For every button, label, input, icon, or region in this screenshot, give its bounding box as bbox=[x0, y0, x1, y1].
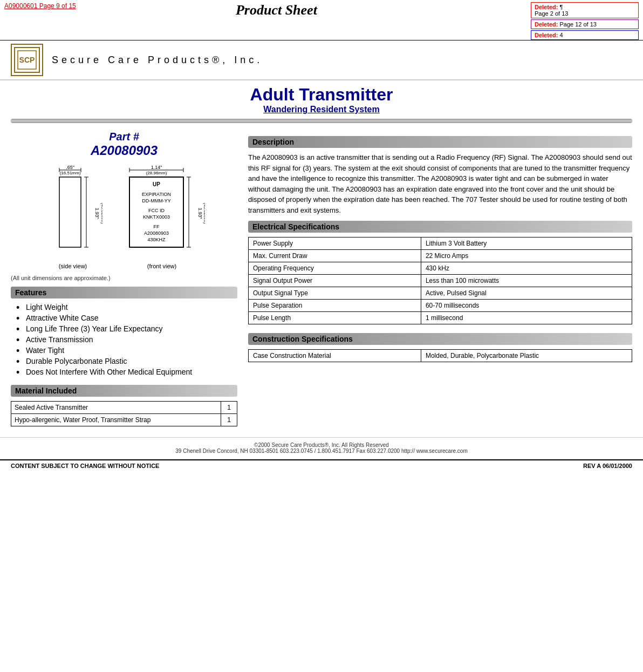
elec-spec-2: Max. Current Draw bbox=[249, 250, 421, 262]
elec-val-7: 1 millisecond bbox=[421, 312, 632, 324]
svg-text:(49.02mm): (49.02mm) bbox=[203, 203, 205, 224]
logo-box: SCP bbox=[11, 44, 43, 76]
footer-right-notice: REV A 06/01/2000 bbox=[583, 463, 632, 469]
diagram-area: .65" (16.51mm) 1.93" (49.02mm) (side vie… bbox=[11, 164, 237, 269]
svg-text:.65": .65" bbox=[66, 165, 74, 170]
feature-item-1: Light Weight bbox=[16, 303, 237, 311]
material-qty-2: 1 bbox=[221, 414, 237, 426]
side-view-container: .65" (16.51mm) 1.93" (49.02mm) (side vie… bbox=[43, 164, 102, 269]
feature-item-7: Does Not Interfere With Other Medical Eq… bbox=[16, 368, 237, 376]
elec-row-7: Pulse Length 1 millisecond bbox=[249, 312, 632, 324]
main-title: Adult Transmitter bbox=[0, 85, 643, 105]
description-text: The A20080903 is an active transmitter t… bbox=[248, 152, 632, 215]
features-header: Features bbox=[11, 287, 237, 298]
svg-text:(16.51mm): (16.51mm) bbox=[60, 171, 81, 175]
elec-spec-1: Power Supply bbox=[249, 237, 421, 250]
part-number: A20080903 bbox=[11, 143, 237, 158]
svg-text:DD-MMM-YY: DD-MMM-YY bbox=[142, 198, 171, 203]
svg-text:1.93": 1.93" bbox=[94, 208, 100, 219]
svg-rect-8 bbox=[59, 177, 81, 247]
svg-text:(28.96mm): (28.96mm) bbox=[146, 171, 167, 175]
elec-row-1: Power Supply Lithium 3 Volt Battery bbox=[249, 237, 632, 250]
front-view-label: (front view) bbox=[147, 263, 176, 269]
footer-address: 39 Chenell Drive Concord, NH 03301-8501 … bbox=[11, 448, 632, 454]
svg-text:UP: UP bbox=[153, 181, 160, 187]
svg-text:FF: FF bbox=[154, 224, 160, 229]
elec-spec-5: Output Signal Type bbox=[249, 287, 421, 300]
construction-val-1: Molded, Durable, Polycarbonate Plastic bbox=[421, 350, 632, 362]
electrical-table: Power Supply Lithium 3 Volt Battery Max.… bbox=[248, 237, 632, 324]
left-column: Part # A20080903 .65" (16.51mm) bbox=[11, 131, 237, 426]
front-view-svg: 1.14" (28.96mm) 1.93" (49.02mm) UP EXPIR… bbox=[119, 164, 205, 261]
elec-row-3: Operating Frequency 430 kHz bbox=[249, 262, 632, 275]
deleted-note-1: Deleted: ¶Page 2 of 13 bbox=[531, 2, 639, 18]
material-item-1: Sealed Active Transmitter bbox=[11, 402, 221, 414]
elec-row-6: Pulse Separation 60-70 milliseconds bbox=[249, 300, 632, 312]
construction-header: Construction Specifications bbox=[248, 333, 632, 345]
material-item-2: Hypo-allergenic, Water Proof, Transmitte… bbox=[11, 414, 221, 426]
elec-val-6: 60-70 milliseconds bbox=[421, 300, 632, 312]
material-row-2: Hypo-allergenic, Water Proof, Transmitte… bbox=[11, 414, 237, 426]
svg-text:1.14": 1.14" bbox=[151, 165, 162, 170]
svg-text:SCP: SCP bbox=[19, 56, 35, 64]
right-column: Description The A20080903 is an active t… bbox=[248, 131, 632, 426]
construction-spec-1: Case Construction Material bbox=[249, 350, 421, 362]
electrical-header: Electrical Specifications bbox=[248, 221, 632, 233]
approx-note: (All unit dimensions are approximate.) bbox=[11, 275, 237, 281]
two-col-layout: Part # A20080903 .65" (16.51mm) bbox=[0, 125, 643, 432]
elec-spec-7: Pulse Length bbox=[249, 312, 421, 324]
material-row-1: Sealed Active Transmitter 1 bbox=[11, 402, 237, 414]
material-qty-1: 1 bbox=[221, 402, 237, 414]
part-section: Part # A20080903 bbox=[11, 131, 237, 158]
footer-copyright: ©2000 Secure Care Products®, Inc. All Ri… bbox=[11, 442, 632, 448]
svg-text:FCC ID: FCC ID bbox=[148, 208, 165, 213]
elec-val-3: 430 kHz bbox=[421, 262, 632, 275]
elec-spec-4: Signal Output Power bbox=[249, 275, 421, 287]
top-bar: A09000601 Page 9 of 15 Product Sheet Del… bbox=[0, 0, 643, 40]
feature-item-5: Water Tight bbox=[16, 346, 237, 355]
side-view-svg: .65" (16.51mm) 1.93" (49.02mm) bbox=[43, 164, 102, 261]
elec-spec-3: Operating Frequency bbox=[249, 262, 421, 275]
logo-svg: SCP bbox=[13, 46, 40, 73]
elec-val-1: Lithium 3 Volt Battery bbox=[421, 237, 632, 250]
construction-row-1: Case Construction Material Molded, Durab… bbox=[249, 350, 632, 362]
construction-table: Case Construction Material Molded, Durab… bbox=[248, 349, 632, 362]
front-view-container: 1.14" (28.96mm) 1.93" (49.02mm) UP EXPIR… bbox=[119, 164, 205, 269]
feature-item-2: Attractive White Case bbox=[16, 314, 237, 322]
elec-spec-6: Pulse Separation bbox=[249, 300, 421, 312]
feature-item-3: Long Life Three (3) Year Life Expectancy bbox=[16, 324, 237, 333]
part-label: Part # bbox=[11, 131, 237, 143]
features-list: Light Weight Attractive White Case Long … bbox=[11, 303, 237, 376]
material-header: Material Included bbox=[11, 385, 237, 397]
page-indicator: A09000601 Page 9 of 15 bbox=[4, 2, 76, 10]
svg-text:A20080903: A20080903 bbox=[144, 230, 169, 236]
feature-item-4: Active Transmission bbox=[16, 335, 237, 344]
main-subtitle: Wandering Resident System bbox=[0, 105, 643, 114]
header-area: SCP Secure Care Products®, Inc. bbox=[0, 40, 643, 80]
svg-text:1.93": 1.93" bbox=[197, 208, 203, 219]
side-view-label: (side view) bbox=[59, 263, 87, 269]
deleted-note-3: Deleted: 4 bbox=[531, 30, 639, 40]
deleted-notes: Deleted: ¶Page 2 of 13 Deleted: Page 12 … bbox=[531, 2, 639, 40]
elec-val-2: 22 Micro Amps bbox=[421, 250, 632, 262]
main-title-section: Adult Transmitter Wandering Resident Sys… bbox=[0, 80, 643, 117]
footer: ©2000 Secure Care Products®, Inc. All Ri… bbox=[0, 437, 643, 456]
elec-row-4: Signal Output Power Less than 100 microw… bbox=[249, 275, 632, 287]
footer-left-notice: CONTENT SUBJECT TO CHANGE WITHOUT NOTICE bbox=[11, 463, 159, 469]
svg-text:(49.02mm): (49.02mm) bbox=[100, 203, 102, 224]
svg-text:EXPIRATION: EXPIRATION bbox=[142, 192, 171, 197]
gray-divider bbox=[11, 119, 632, 123]
company-name: Secure Care Products®, Inc. bbox=[52, 55, 263, 66]
deleted-note-2: Deleted: Page 12 of 13 bbox=[531, 19, 639, 29]
elec-val-4: Less than 100 microwatts bbox=[421, 275, 632, 287]
elec-row-2: Max. Current Draw 22 Micro Amps bbox=[249, 250, 632, 262]
product-sheet-title: Product Sheet bbox=[76, 2, 531, 18]
svg-text:430KHZ: 430KHZ bbox=[147, 237, 166, 242]
material-table: Sealed Active Transmitter 1 Hypo-allerge… bbox=[11, 401, 237, 426]
description-header: Description bbox=[248, 136, 632, 148]
footer-bottom: CONTENT SUBJECT TO CHANGE WITHOUT NOTICE… bbox=[0, 459, 643, 471]
elec-row-5: Output Signal Type Active, Pulsed Signal bbox=[249, 287, 632, 300]
elec-val-5: Active, Pulsed Signal bbox=[421, 287, 632, 300]
feature-item-6: Durable Polycarbonate Plastic bbox=[16, 357, 237, 365]
svg-text:KNKTX0003: KNKTX0003 bbox=[143, 214, 170, 220]
